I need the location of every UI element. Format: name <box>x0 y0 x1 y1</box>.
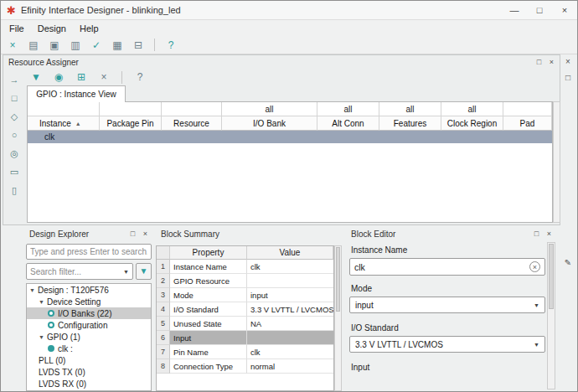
block-summary-scrollbar[interactable] <box>334 245 342 391</box>
column-header-features[interactable]: Features <box>379 116 441 131</box>
menu-design[interactable]: Design <box>31 22 73 35</box>
dock-frame-button-1[interactable]: □ <box>8 92 21 105</box>
input-instance-name[interactable]: clk× <box>349 258 545 276</box>
filter-package-pin[interactable] <box>100 102 162 116</box>
tree-item-i-o-banks-22[interactable]: I/O Banks (22) <box>27 307 151 319</box>
filter-clock-region[interactable]: all <box>441 102 503 116</box>
summary-row-instance-name[interactable]: 1Instance Nameclk <box>157 260 333 274</box>
panel-button-3[interactable]: ▥ <box>68 38 83 53</box>
dock-pin-button-2[interactable]: ◇ <box>8 111 21 123</box>
ra-table-body: clk <box>28 131 552 143</box>
dock-open-icon: → <box>10 75 19 85</box>
resource-table-scrollbar[interactable] <box>553 101 560 223</box>
clear-icon[interactable]: × <box>529 261 540 272</box>
dock-clock-button-3[interactable]: ○ <box>8 129 21 142</box>
filter-button-0[interactable]: ▼ <box>28 70 44 85</box>
file-button-1[interactable]: ▤ <box>26 38 41 53</box>
design-explorer-panel: Design Explorer □× Search filter... ▼ ▼ … <box>24 227 153 391</box>
column-header-resource[interactable]: Resource <box>162 116 222 131</box>
search-input[interactable] <box>26 244 152 260</box>
menu-help[interactable]: Help <box>73 22 106 35</box>
dock-close-button[interactable]: × <box>544 230 554 239</box>
expander-icon[interactable]: ▼ <box>39 334 44 340</box>
dock-float-button[interactable]: □ <box>534 58 544 67</box>
close-button-0[interactable]: × <box>5 38 20 53</box>
dock-notes-button-5[interactable]: ▭ <box>8 166 21 178</box>
print-button-6[interactable]: ⊟ <box>131 38 146 53</box>
eye-button-1[interactable]: ◉ <box>51 70 66 85</box>
column-header-package-pin[interactable]: Package Pin <box>100 116 162 131</box>
tree-item-label: Device Setting <box>47 297 101 307</box>
field-label-i-o-standard: I/O Standard <box>351 323 547 333</box>
dock-search-button-4[interactable]: ◎ <box>8 147 21 160</box>
menu-file[interactable]: File <box>3 22 31 35</box>
tree-item-lvds-rx-0[interactable]: LVDS RX (0) <box>27 378 151 389</box>
help-icon: ? <box>137 72 143 82</box>
frame-button-5[interactable]: ▦ <box>110 38 125 53</box>
filter-features[interactable]: all <box>379 102 441 116</box>
dock-close-button[interactable]: × <box>547 58 556 67</box>
summary-row-gpio-resource[interactable]: 2GPIO Resource <box>157 274 333 288</box>
summary-row-input[interactable]: 6Input <box>157 331 333 345</box>
summary-row-pin-name[interactable]: 7Pin Nameclk <box>157 345 333 359</box>
edit-icon: ✎ <box>565 259 571 267</box>
dock-float-button[interactable]: □ <box>128 230 137 239</box>
tree-item-design-t120f576[interactable]: ▼Design : T120F576 <box>27 284 151 296</box>
tree-item-device-setting[interactable]: ▼Device Setting <box>27 296 151 307</box>
column-header-i-o-bank[interactable]: I/O Bank <box>222 116 317 131</box>
filter-resource[interactable] <box>162 102 222 116</box>
summary-row-mode[interactable]: 3Modeinput <box>157 288 333 302</box>
tree-item-configuration[interactable]: Configuration <box>27 319 151 331</box>
close-icon: × <box>562 5 567 15</box>
minimize-button[interactable]: — <box>502 1 527 19</box>
gear-icon <box>48 322 54 328</box>
check-button-4[interactable]: ✓ <box>89 38 104 53</box>
float-button-1[interactable]: □ <box>562 72 574 83</box>
select-mode[interactable]: input▼ <box>349 297 545 313</box>
dock-doc-button-6[interactable]: ▯ <box>8 184 21 197</box>
select-i-o-standard[interactable]: 3.3 V LVTTL / LVCMOS▼ <box>349 336 545 353</box>
maximize-button[interactable]: □ <box>527 1 552 19</box>
help-button-8[interactable]: ? <box>163 38 178 53</box>
expander-icon[interactable]: ▼ <box>39 299 44 305</box>
block-editor-scrollbar[interactable] <box>547 242 555 389</box>
expander-icon[interactable]: ▼ <box>29 287 35 293</box>
summary-header-property[interactable]: Property <box>170 246 247 260</box>
column-header-instance[interactable]: Instance▲ <box>28 116 100 131</box>
filter-alt-conn[interactable]: all <box>317 102 379 116</box>
close-button[interactable]: × <box>552 1 577 19</box>
tab-gpio-instance-view[interactable]: GPIO : Instance View <box>27 85 126 102</box>
main-toolbar: ×▤▣▥✓▦⊟? <box>1 36 577 54</box>
column-header-pad[interactable]: Pad <box>503 116 552 131</box>
tab-label: GPIO : Instance View <box>36 90 116 99</box>
delete-icon: × <box>101 72 106 82</box>
tree-item-gpio-1[interactable]: ▼GPIO (1) <box>27 331 151 343</box>
summary-row-connection-type[interactable]: 8Connection Typenormal <box>157 359 333 374</box>
tree-item-clk[interactable]: clk : <box>27 343 151 354</box>
row-number: 7 <box>157 345 170 359</box>
tree-item-pll-0[interactable]: PLL (0) <box>27 354 151 366</box>
edit-button-3[interactable]: ✎ <box>562 257 574 268</box>
tree-item-lvds-tx-0[interactable]: LVDS TX (0) <box>27 366 151 378</box>
dock-float-button[interactable]: □ <box>532 230 541 239</box>
column-header-clock-region[interactable]: Clock Region <box>441 116 503 131</box>
filter-instance[interactable] <box>28 102 100 116</box>
column-header-alt-conn[interactable]: Alt Conn <box>317 116 379 131</box>
filter-i-o-bank[interactable]: all <box>222 102 317 116</box>
block-editor-header: Block Editor □× <box>346 227 557 240</box>
tree-item-label: PLL (0) <box>39 356 65 365</box>
filter-pad[interactable] <box>503 102 552 116</box>
summary-row-unused-state[interactable]: 5Unused StateNA <box>157 317 333 331</box>
close-button-0[interactable]: × <box>562 56 574 67</box>
grid-button-2[interactable]: ⊞ <box>74 70 89 85</box>
help-button-5[interactable]: ? <box>132 70 147 85</box>
summary-header-value[interactable]: Value <box>247 246 333 260</box>
summary-row-i-o-standard[interactable]: 4I/O Standard3.3 V LVTTL / LVCMOS <box>157 302 333 317</box>
table-row-clk[interactable]: clk <box>28 131 552 143</box>
filter-combobox[interactable]: Search filter... ▼ <box>26 263 133 280</box>
delete-button-3[interactable]: × <box>96 70 111 85</box>
dock-open-button-0[interactable]: → <box>8 74 21 86</box>
apply-filter-button[interactable]: ▼ <box>136 263 152 280</box>
window-button-2[interactable]: ▣ <box>47 38 62 53</box>
dock-close-button[interactable]: × <box>141 230 150 239</box>
